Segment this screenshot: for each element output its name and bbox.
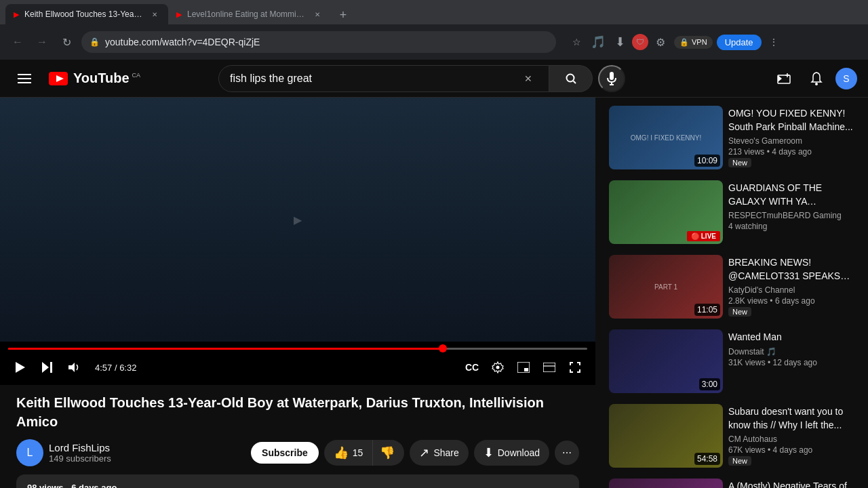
svg-rect-7	[610, 72, 614, 80]
share-button[interactable]: ↗ Share	[410, 440, 468, 466]
security-icon: 🔒	[90, 37, 100, 47]
rec-title: Wanted Man	[728, 331, 854, 344]
desc-stats: 98 views 6 days ago	[27, 483, 568, 488]
video-frame: ▶	[0, 98, 595, 342]
tab-1-title: Keith Ellwood Touches 13-Year-O...	[24, 9, 144, 19]
extension-icon-vpn[interactable]: 🔒VPN	[674, 36, 713, 49]
yt-content: ▶	[0, 98, 868, 488]
yt-main: ▶	[0, 98, 595, 488]
channel-name[interactable]: Lord FishLips	[49, 442, 245, 453]
rec-item-5[interactable]: TotK REV 38:55 A (Mostly) Negative Tears…	[606, 476, 857, 488]
rec-info: OMG! YOU FIXED KENNY! South Park Pinball…	[728, 106, 854, 169]
tab-1-close[interactable]: ✕	[149, 9, 160, 20]
search-clear-icon[interactable]: ✕	[519, 73, 538, 84]
rec-item-0[interactable]: OMG! I FIXED KENNY! 10:09 OMG! YOU FIXED…	[606, 103, 857, 172]
rec-new-badge: New	[728, 307, 751, 317]
rec-stats: 2.8K views • 6 days ago	[728, 296, 854, 306]
volume-button[interactable]	[62, 355, 87, 380]
tab-bar: ▶ Keith Ellwood Touches 13-Year-O... ✕ ▶…	[0, 0, 868, 24]
more-actions-button[interactable]: ⋯	[555, 441, 579, 465]
rec-thumbnail: OMG! I FIXED KENNY! 10:09	[609, 106, 723, 169]
rec-thumbnail: 🔴 LIVE	[609, 180, 723, 244]
nav-bar: ← → ↻ 🔒 youtube.com/watch?v=4DEQR-qiZjE …	[0, 24, 868, 60]
voice-search-button[interactable]	[598, 65, 625, 92]
new-tab-button[interactable]: +	[334, 5, 353, 24]
progress-bar-container[interactable]	[8, 344, 587, 352]
rec-info: A (Mostly) Negative Tears of the Kingdom…	[728, 479, 854, 488]
bookmark-button[interactable]: ☆	[567, 33, 586, 52]
rec-item-4[interactable]: 54:58 Subaru doesn't want you to know th…	[606, 401, 857, 470]
svg-point-5	[566, 74, 574, 81]
search-input[interactable]	[230, 73, 519, 85]
action-buttons: 👍 15 👎 ↗ Share ⬇	[324, 440, 579, 466]
browser-chrome: ▶ Keith Ellwood Touches 13-Year-O... ✕ ▶…	[0, 0, 868, 60]
upload-date: 6 days ago	[71, 483, 117, 488]
svg-rect-0	[18, 74, 31, 75]
tab-2-close[interactable]: ✕	[312, 9, 323, 20]
search-container: ✕	[218, 65, 625, 92]
forward-button[interactable]: →	[33, 33, 52, 52]
update-button[interactable]: Update	[717, 35, 762, 50]
extension-icon-4[interactable]: ⚙	[651, 33, 670, 52]
video-title: Keith Ellwood Touches 13-Year-Old Boy at…	[16, 393, 579, 431]
back-button[interactable]: ←	[8, 33, 27, 52]
rec-info: Subaru doesn't want you to know this // …	[728, 404, 854, 468]
rec-title: A (Mostly) Negative Tears of the Kingdom…	[728, 480, 854, 488]
extension-icon-3[interactable]: 🛡	[632, 34, 648, 50]
dislike-button[interactable]: 👎	[372, 440, 404, 466]
fullscreen-button[interactable]	[563, 355, 587, 380]
rec-duration: 11:05	[694, 304, 720, 316]
like-button[interactable]: 👍 15	[324, 440, 373, 466]
tab-1[interactable]: ▶ Keith Ellwood Touches 13-Year-O... ✕	[5, 4, 168, 24]
rec-item-3[interactable]: 3:00 Wanted Man Downstait 🎵 31K views • …	[606, 327, 857, 396]
rec-info: BREAKING NEWS! @CAMELOT331 SPEAKS OUT...…	[728, 255, 854, 319]
channel-avatar[interactable]: L	[16, 439, 43, 466]
rec-info: Wanted Man Downstait 🎵 31K views • 12 da…	[728, 329, 854, 393]
download-button[interactable]: ⬇ Download	[474, 440, 549, 466]
notifications-button[interactable]	[803, 65, 830, 92]
extension-icon-1[interactable]: 🎵	[589, 33, 608, 52]
tab-2[interactable]: ▶ Level1online Eating at Mommies Kitch..…	[168, 4, 331, 24]
subscribe-button[interactable]: Subscribe	[251, 442, 319, 464]
search-box: ✕	[218, 65, 549, 92]
yt-logo[interactable]: YouTube CA	[49, 70, 140, 86]
settings-button[interactable]	[486, 355, 510, 380]
extension-icon-2[interactable]: ⬇	[610, 33, 629, 52]
download-label: Download	[498, 447, 540, 458]
svg-rect-21	[524, 368, 528, 371]
channel-subscribers: 149 subscribers	[49, 453, 245, 464]
rec-stats: 31K views • 12 days ago	[728, 358, 854, 367]
play-button[interactable]	[8, 355, 33, 380]
like-icon: 👍	[334, 445, 349, 460]
rec-duration: 54:58	[694, 453, 720, 465]
player-controls: 4:57 / 6:32 CC	[0, 342, 595, 385]
create-button[interactable]	[770, 65, 797, 92]
view-count: 98 views	[27, 483, 64, 488]
subtitles-button[interactable]: CC	[460, 355, 484, 380]
refresh-button[interactable]: ↻	[57, 33, 76, 52]
user-avatar[interactable]: S	[835, 68, 857, 89]
svg-rect-1	[18, 78, 31, 79]
address-bar[interactable]: 🔒 youtube.com/watch?v=4DEQR-qiZjE	[81, 31, 556, 53]
live-badge: 🔴 LIVE	[687, 231, 720, 241]
search-button[interactable]	[549, 65, 593, 92]
video-meta-row: L Lord FishLips 149 subscribers Subscrib…	[16, 439, 579, 466]
rec-channel: KatyDid's Channel	[728, 285, 854, 295]
theater-button[interactable]	[537, 355, 561, 380]
video-player-container: ▶	[0, 98, 595, 385]
rec-stats: 67K views • 4 days ago	[728, 445, 854, 455]
address-text: youtube.com/watch?v=4DEQR-qiZjE	[105, 37, 548, 47]
yt-header: YouTube CA ✕	[0, 60, 868, 98]
rec-item-2[interactable]: PART 1 11:05 BREAKING NEWS! @CAMELOT331 …	[606, 252, 857, 321]
browser-menu-button[interactable]: ⋮	[764, 33, 783, 52]
next-button[interactable]	[35, 355, 60, 380]
rec-item-1[interactable]: 🔴 LIVE GUARDIANS OF THE GALAXY WITH YA F…	[606, 178, 857, 247]
rec-thumbnail: 54:58	[609, 404, 723, 468]
menu-button[interactable]	[11, 65, 38, 92]
video-description: 98 views 6 days ago ...more	[16, 474, 579, 488]
rec-thumbnail: PART 1 11:05	[609, 255, 723, 319]
yt-sidebar: OMG! I FIXED KENNY! 10:09 OMG! YOU FIXED…	[595, 98, 868, 488]
rec-channel: RESPECTmuhBEARD Gaming	[728, 211, 854, 220]
youtube-app: YouTube CA ✕	[0, 60, 868, 488]
miniplayer-button[interactable]	[511, 355, 536, 380]
